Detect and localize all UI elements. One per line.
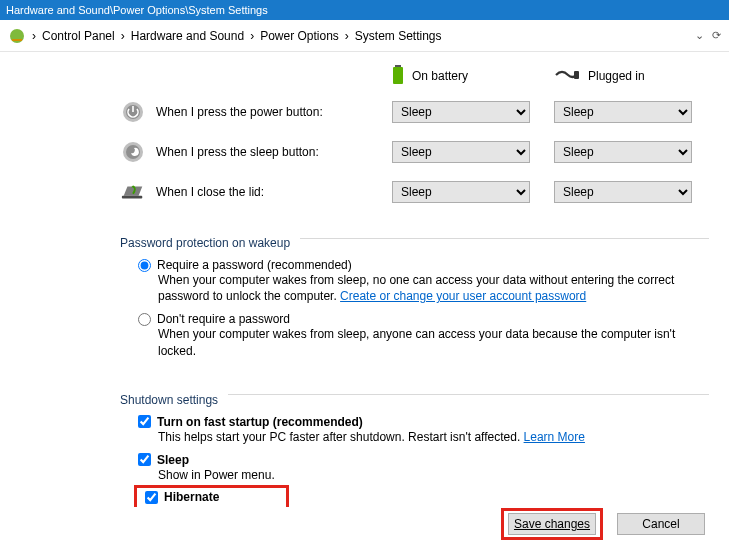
row-close-lid: When I close the lid: [120,172,380,212]
crumb-power-options[interactable]: Power Options [260,29,339,43]
radio-require-password[interactable]: Require a password (recommended) [138,258,709,272]
check-sleep-label: Sleep [157,453,189,467]
select-lid-plugged[interactable]: Sleep [554,181,692,203]
chevron-icon: › [345,29,349,43]
col-label-battery: On battery [412,69,468,83]
check-sleep[interactable]: Sleep [138,453,709,467]
row-label-lid: When I close the lid: [156,185,264,199]
radio-no-input[interactable] [138,313,151,326]
window-title: Hardware and Sound\Power Options\System … [6,4,268,16]
radio-require-label: Require a password (recommended) [157,258,352,272]
battery-icon [392,65,404,88]
crumb-hardware-sound[interactable]: Hardware and Sound [131,29,244,43]
radio-require-input[interactable] [138,259,151,272]
check-fast-startup[interactable]: Turn on fast startup (recommended) [138,415,709,429]
content-area: On battery Plugged in When I press the p… [0,52,729,507]
check-fast-input[interactable] [138,415,151,428]
check-hibernate-input[interactable] [145,491,158,504]
radio-no-label: Don't require a password [157,312,290,326]
select-sleep-battery[interactable]: Sleep [392,141,530,163]
refresh-icon[interactable]: ⟳ [712,29,721,42]
section-divider [228,394,709,395]
save-button[interactable]: Save changes [508,513,596,535]
svg-rect-1 [12,39,22,41]
select-power-battery[interactable]: Sleep [392,101,530,123]
crumb-control-panel[interactable]: Control Panel [42,29,115,43]
row-sleep-button: When I press the sleep button: [120,132,380,172]
select-lid-battery[interactable]: Sleep [392,181,530,203]
section-password-title: Password protection on wakeup [120,236,290,250]
desc-no-password: When your computer wakes from sleep, any… [158,326,678,358]
section-divider [300,238,709,239]
chevron-icon: › [250,29,254,43]
select-sleep-plugged[interactable]: Sleep [554,141,692,163]
highlight-save: Save changes [501,508,603,540]
plug-icon [554,68,580,85]
highlight-hibernate: Hibernate Show in Power menu. [134,485,289,507]
row-label-sleep: When I press the sleep button: [156,145,319,159]
footer-buttons: Save changes Cancel [501,508,705,540]
desc-require-password: When your computer wakes from sleep, no … [158,272,678,304]
check-fast-label: Turn on fast startup (recommended) [157,415,363,429]
cancel-button[interactable]: Cancel [617,513,705,535]
row-label-power: When I press the power button: [156,105,323,119]
power-button-icon [120,99,146,125]
row-power-button: When I press the power button: [120,92,380,132]
check-sleep-input[interactable] [138,453,151,466]
svg-rect-2 [395,65,401,67]
laptop-lid-icon [120,179,146,205]
button-action-grid: On battery Plugged in When I press the p… [120,60,709,212]
chevron-icon: › [32,29,36,43]
breadcrumb-bar: › Control Panel › Hardware and Sound › P… [0,20,729,52]
radio-no-password[interactable]: Don't require a password [138,312,709,326]
section-shutdown-title: Shutdown settings [120,393,218,407]
link-learn-more[interactable]: Learn More [524,430,585,444]
col-on-battery: On battery [392,60,542,92]
window-titlebar: Hardware and Sound\Power Options\System … [0,0,729,20]
dropdown-chevron-icon[interactable]: ⌄ [695,29,704,42]
check-hibernate-label: Hibernate [164,490,219,504]
link-change-password[interactable]: Create or change your user account passw… [340,289,586,303]
svg-rect-3 [393,67,403,84]
desc-fast-startup: This helps start your PC faster after sh… [158,429,678,445]
sleep-button-icon [120,139,146,165]
svg-rect-9 [122,196,142,199]
select-power-plugged[interactable]: Sleep [554,101,692,123]
col-plugged-in: Plugged in [554,60,704,92]
chevron-icon: › [121,29,125,43]
svg-rect-4 [574,71,579,79]
power-options-icon [8,27,26,45]
crumb-system-settings[interactable]: System Settings [355,29,442,43]
col-label-plugged: Plugged in [588,69,645,83]
desc-hibernate: Show in Power menu. [165,504,282,507]
desc-sleep: Show in Power menu. [158,467,678,483]
check-hibernate[interactable]: Hibernate [145,490,282,504]
